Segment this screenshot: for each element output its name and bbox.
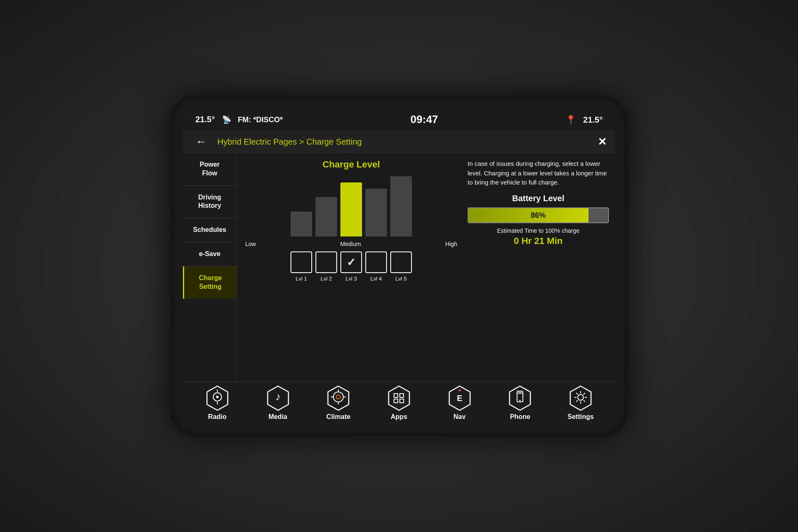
breadcrumb-bar: ← Hybrid Electric Pages > Charge Setting… <box>183 131 615 153</box>
svg-line-33 <box>584 400 585 402</box>
climate-label: Climate <box>326 413 350 421</box>
checkmark-icon: ✓ <box>347 256 356 269</box>
level-4-label: Lvl 4 <box>365 276 387 282</box>
nav-item-media[interactable]: ♪ Media <box>253 385 303 421</box>
level-2-box[interactable] <box>315 251 337 273</box>
status-time: 09:47 <box>411 113 438 126</box>
phone-icon <box>507 385 533 411</box>
svg-marker-22 <box>510 386 530 410</box>
sidebar-item-esave[interactable]: e-Save <box>183 242 236 266</box>
label-high: High <box>445 241 457 247</box>
svg-point-2 <box>216 396 219 398</box>
radio-icon <box>204 385 230 411</box>
svg-point-27 <box>578 394 584 400</box>
battery-bar: 86% <box>468 207 609 223</box>
svg-line-35 <box>576 400 578 402</box>
charging-description: In case of issues during charging, selec… <box>468 159 609 187</box>
level-selectors: ✓ <box>243 251 459 273</box>
level-3-label: Lvl 3 <box>340 276 362 282</box>
level-1-box[interactable] <box>291 251 312 273</box>
estimated-time-label: Estimated Time to 100% charge <box>468 227 609 234</box>
sidebar-item-charge-setting[interactable]: ChargeSetting <box>183 266 236 299</box>
level-names: Lvl 1 Lvl 2 Lvl 3 Lvl 4 Lvl 5 <box>243 276 459 282</box>
main-screen: 21.5° 📡 FM: *DISCO* 09:47 📍 21.5° ← <box>183 108 615 424</box>
svg-line-32 <box>576 393 578 395</box>
back-button[interactable]: ← <box>191 133 211 150</box>
svg-text:E: E <box>457 394 462 403</box>
nav-item-climate[interactable]: Climate <box>313 385 363 421</box>
svg-marker-14 <box>389 386 409 410</box>
battery-fill <box>468 208 589 222</box>
svg-line-34 <box>584 393 585 395</box>
level-2-label: Lvl 2 <box>315 276 337 282</box>
bottom-nav: Radio ♪ Media <box>183 382 615 424</box>
svg-rect-17 <box>394 399 398 403</box>
battery-percent-label: 86% <box>531 211 546 219</box>
level-5-label: Lvl 5 <box>390 276 412 282</box>
battery-level-title: Battery Level <box>468 194 609 203</box>
nav-item-phone[interactable]: Phone <box>495 385 545 421</box>
settings-icon <box>568 385 594 411</box>
apps-icon <box>386 385 412 411</box>
svg-marker-26 <box>570 386 591 410</box>
sidebar: PowerFlow DrivingHistory Schedules e-Sav… <box>183 153 237 382</box>
nav-item-radio[interactable]: Radio <box>192 385 242 421</box>
close-button[interactable]: ✕ <box>598 135 607 148</box>
range-labels: Low Medium High <box>243 241 459 247</box>
bar-4 <box>365 189 387 236</box>
label-low: Low <box>245 241 256 247</box>
climate-icon <box>325 385 351 411</box>
dashboard-background: 21.5° 📡 FM: *DISCO* 09:47 📍 21.5° ← <box>0 0 798 532</box>
info-panel: In case of issues during charging, selec… <box>468 159 609 375</box>
level-3-box[interactable]: ✓ <box>340 251 362 273</box>
antenna-icon: 📡 <box>222 116 231 124</box>
svg-rect-18 <box>400 399 404 403</box>
bar-1 <box>291 212 312 236</box>
bar-3 <box>340 182 362 236</box>
svg-rect-25 <box>518 392 522 394</box>
nav-icon: E <box>447 385 473 411</box>
label-medium: Medium <box>340 241 361 247</box>
svg-point-9 <box>336 395 340 399</box>
nav-label: Nav <box>453 413 466 421</box>
media-icon: ♪ <box>265 385 291 411</box>
svg-text:♪: ♪ <box>275 390 281 403</box>
level-1-label: Lvl 1 <box>291 276 312 282</box>
svg-point-8 <box>333 392 343 402</box>
bar-5 <box>390 176 412 236</box>
sidebar-item-driving-history[interactable]: DrivingHistory <box>183 186 236 219</box>
charge-level-chart <box>243 174 459 236</box>
status-bar: 21.5° 📡 FM: *DISCO* 09:47 📍 21.5° <box>183 108 615 131</box>
phone-label: Phone <box>510 413 530 421</box>
screen-bezel: 21.5° 📡 FM: *DISCO* 09:47 📍 21.5° ← <box>170 96 628 436</box>
svg-rect-16 <box>400 394 404 397</box>
estimated-time-section: Estimated Time to 100% charge 0 Hr 21 Mi… <box>468 227 609 246</box>
radio-label: Radio <box>208 413 227 421</box>
nav-item-apps[interactable]: Apps <box>374 385 424 421</box>
status-temp-right: 📍 21.5° <box>566 115 603 125</box>
settings-label: Settings <box>568 413 594 421</box>
bar-2 <box>315 197 337 236</box>
nav-item-settings[interactable]: Settings <box>556 385 606 421</box>
content-area: Charge Level Low Medium <box>237 153 615 382</box>
main-content: PowerFlow DrivingHistory Schedules e-Sav… <box>183 153 615 382</box>
location-icon: 📍 <box>566 115 576 124</box>
apps-label: Apps <box>391 413 407 421</box>
sidebar-item-power-flow[interactable]: PowerFlow <box>183 153 236 186</box>
level-5-box[interactable] <box>390 251 412 273</box>
charge-level-title: Charge Level <box>243 159 459 170</box>
level-4-box[interactable] <box>365 251 387 273</box>
media-label: Media <box>268 413 287 421</box>
battery-section: Battery Level 86% Estimated Time to 100%… <box>468 194 609 246</box>
sidebar-item-schedules[interactable]: Schedules <box>183 218 236 242</box>
svg-rect-15 <box>394 394 398 397</box>
estimated-time-value: 0 Hr 21 Min <box>468 236 609 246</box>
charge-level-panel: Charge Level Low Medium <box>243 159 459 375</box>
status-temp-left: 21.5° 📡 FM: *DISCO* <box>195 115 283 124</box>
page-title: Hybrid Electric Pages > Charge Setting <box>217 137 591 147</box>
nav-item-nav[interactable]: E Nav <box>435 385 485 421</box>
svg-marker-21 <box>458 389 461 391</box>
